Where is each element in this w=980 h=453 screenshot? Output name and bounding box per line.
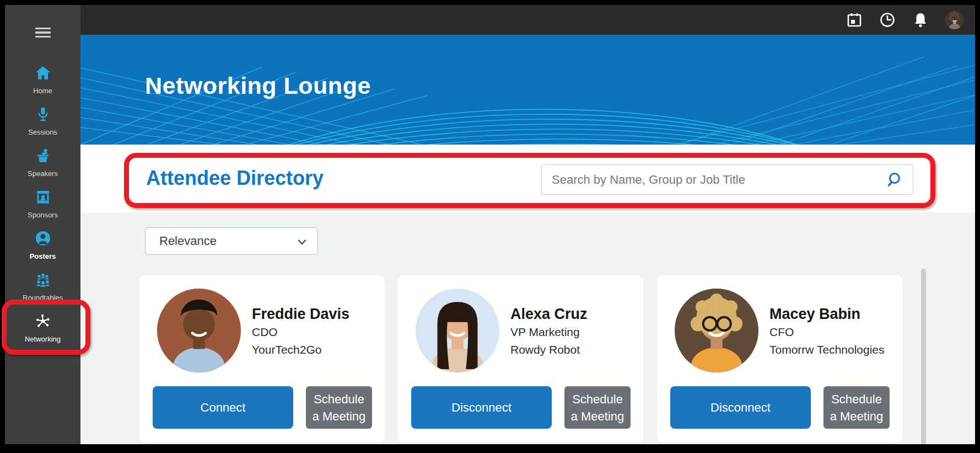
page-banner: Networking Lounge: [80, 35, 975, 145]
attendee-search-input[interactable]: [542, 165, 913, 194]
profile-avatar[interactable]: [945, 10, 964, 29]
attendee-name: Freddie Davis: [252, 306, 349, 323]
hamburger-menu-icon[interactable]: [35, 28, 51, 38]
schedule-meeting-button[interactable]: Schedulea Meeting: [564, 386, 631, 429]
search-icon[interactable]: [886, 170, 905, 189]
home-icon: [35, 65, 51, 81]
sidebar-item-label: Roundtables: [23, 294, 63, 302]
connect-button[interactable]: Connect: [153, 386, 293, 429]
attendee-card: Macey BabinCFOTomorrw TechnologiesDiscon…: [657, 275, 902, 443]
attendee-company: Rowdy Robot: [510, 343, 580, 356]
sort-dropdown-value: Relevance: [159, 234, 217, 248]
attendee-card: Alexa CruzVP MarketingRowdy RobotDisconn…: [398, 275, 643, 443]
attendee-job-title: CDO: [252, 326, 278, 339]
sidebar-item-sponsors[interactable]: Sponsors: [5, 189, 80, 230]
page-title: Networking Lounge: [145, 72, 371, 99]
sidebar-item-label: Speakers: [28, 169, 58, 178]
sidebar: HomeSessionsSpeakersSponsorsPostersRound…: [5, 5, 80, 444]
attendee-company: Tomorrw Technologies: [769, 343, 885, 356]
disconnect-button[interactable]: Disconnect: [411, 386, 552, 429]
lectern-icon: [35, 147, 51, 164]
sidebar-item-label: Posters: [30, 252, 56, 260]
attendee-job-title: VP Marketing: [510, 326, 580, 339]
sidebar-item-label: Sessions: [28, 128, 57, 136]
attendee-name: Macey Babin: [769, 306, 860, 323]
schedule-meeting-button[interactable]: Schedulea Meeting: [823, 386, 890, 429]
attendee-search-box: [541, 164, 913, 195]
schedule-meeting-button[interactable]: Schedulea Meeting: [306, 386, 372, 429]
attendee-photo: [157, 289, 241, 372]
top-bar: [5, 5, 975, 35]
microphone-icon: [35, 106, 51, 122]
sidebar-item-sessions[interactable]: Sessions: [5, 106, 80, 147]
directory-header-band: Attendee Directory: [80, 145, 975, 212]
sidebar-nav: HomeSessionsSpeakersSponsorsPostersRound…: [5, 65, 80, 354]
attendee-job-title: CFO: [769, 326, 794, 339]
directory-title: Attendee Directory: [146, 167, 324, 190]
attendee-photo: [675, 289, 758, 372]
sidebar-item-networking[interactable]: Networking: [5, 313, 80, 354]
attendee-card: Freddie DavisCDOYourTech2GoConnectSchedu…: [139, 275, 385, 443]
booth-icon: [35, 189, 51, 205]
attendee-company: YourTech2Go: [252, 343, 321, 356]
sort-dropdown[interactable]: Relevance: [145, 227, 318, 255]
sidebar-item-label: Sponsors: [28, 211, 58, 219]
attendee-photo: [416, 289, 499, 372]
sidebar-item-roundtables[interactable]: Roundtables: [5, 271, 80, 313]
network-icon: [35, 313, 51, 329]
vertical-scrollbar[interactable]: [921, 269, 926, 444]
group-icon: [35, 271, 51, 288]
notifications-icon[interactable]: [912, 12, 929, 28]
sidebar-item-label: Home: [33, 87, 52, 95]
chevron-down-icon: [297, 237, 308, 248]
clock-icon[interactable]: [879, 12, 896, 28]
disconnect-button[interactable]: Disconnect: [670, 386, 811, 429]
topbar-icon-group: [846, 5, 964, 35]
attendee-name: Alexa Cruz: [510, 306, 588, 323]
sidebar-item-posters[interactable]: Posters: [5, 230, 80, 271]
person-circle-icon: [35, 230, 51, 247]
sidebar-item-label: Networking: [25, 335, 61, 343]
sidebar-item-home[interactable]: Home: [5, 65, 80, 106]
sidebar-item-speakers[interactable]: Speakers: [5, 147, 80, 189]
calendar-icon[interactable]: [846, 12, 863, 28]
